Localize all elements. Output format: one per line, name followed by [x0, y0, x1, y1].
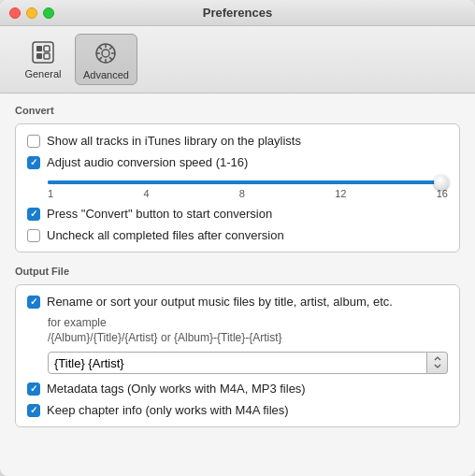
svg-line-14 [100, 57, 103, 60]
svg-point-6 [102, 50, 109, 57]
option-adjust-speed: Adjust audio conversion speed (1-16) [27, 155, 448, 169]
slider-fill [48, 180, 448, 184]
advanced-label: Advanced [83, 69, 129, 80]
slider-section: 1 4 8 12 16 [27, 177, 448, 207]
label-chapter: Keep chapter info (only works with M4A f… [47, 403, 289, 417]
slider-track[interactable] [48, 180, 448, 184]
tab-advanced[interactable]: Advanced [75, 34, 137, 85]
slider-label-8: 8 [239, 188, 245, 199]
option-uncheck-completed: Uncheck all completed files after conver… [27, 228, 448, 242]
checkbox-chapter[interactable] [27, 404, 40, 417]
output-section-box: Rename or sort your output music files b… [15, 284, 460, 427]
label-rename: Rename or sort your output music files b… [47, 295, 393, 309]
label-press-convert: Press "Convert" button to start conversi… [47, 207, 272, 221]
checkbox-uncheck-completed[interactable] [27, 229, 40, 242]
preferences-window: Preferences General [0, 0, 475, 476]
traffic-lights [9, 7, 54, 19]
output-section-title: Output File [15, 266, 460, 277]
slider-labels: 1 4 8 12 16 [48, 188, 448, 199]
checkbox-press-convert[interactable] [27, 208, 40, 221]
window-title: Preferences [203, 6, 272, 20]
label-adjust-speed: Adjust audio conversion speed (1-16) [47, 155, 248, 169]
content-area: Convert Show all tracks in iTunes librar… [0, 94, 475, 476]
svg-line-13 [110, 47, 113, 50]
label-metadata: Metadata tags (Only works with M4A, MP3 … [47, 382, 306, 396]
minimize-button[interactable] [26, 7, 37, 19]
close-button[interactable] [9, 7, 21, 19]
maximize-button[interactable] [43, 7, 54, 19]
output-section: Output File Rename or sort your output m… [15, 266, 460, 427]
svg-line-12 [110, 57, 113, 60]
titlebar: Preferences [0, 0, 475, 26]
slider-label-12: 12 [335, 188, 346, 199]
slider-label-1: 1 [48, 188, 53, 199]
svg-line-11 [100, 47, 103, 50]
svg-rect-1 [36, 46, 42, 51]
option-press-convert: Press "Convert" button to start conversi… [27, 207, 448, 221]
tab-general[interactable]: General [15, 34, 71, 85]
general-icon [28, 37, 58, 67]
advanced-icon [91, 38, 121, 68]
convert-section: Convert Show all tracks in iTunes librar… [15, 105, 460, 252]
format-input[interactable] [48, 352, 427, 374]
slider-label-4: 4 [143, 188, 149, 199]
svg-rect-2 [36, 53, 42, 59]
svg-rect-4 [44, 53, 50, 59]
convert-section-box: Show all tracks in iTunes library on the… [15, 123, 460, 252]
svg-rect-3 [44, 46, 50, 51]
output-example-label: for example [48, 316, 448, 329]
toolbar: General Advanced [0, 26, 475, 94]
convert-section-title: Convert [15, 105, 460, 116]
option-chapter: Keep chapter info (only works with M4A f… [27, 403, 448, 417]
option-metadata: Metadata tags (Only works with M4A, MP3 … [27, 382, 448, 396]
checkbox-rename[interactable] [27, 296, 40, 309]
slider-thumb[interactable] [434, 175, 449, 190]
svg-rect-0 [33, 42, 53, 63]
label-show-tracks: Show all tracks in iTunes library on the… [47, 134, 301, 148]
general-label: General [24, 68, 61, 79]
label-uncheck-completed: Uncheck all completed files after conver… [47, 228, 284, 242]
output-example-path: /{Album}/{Title}/{Artist} or {Album}-{Ti… [48, 331, 448, 344]
checkbox-show-tracks[interactable] [27, 135, 40, 148]
option-rename: Rename or sort your output music files b… [27, 295, 448, 309]
format-input-row [48, 352, 448, 374]
checkbox-adjust-speed[interactable] [27, 156, 40, 169]
option-show-tracks: Show all tracks in iTunes library on the… [27, 134, 448, 148]
format-dropdown-button[interactable] [427, 352, 448, 374]
checkbox-metadata[interactable] [27, 382, 40, 396]
